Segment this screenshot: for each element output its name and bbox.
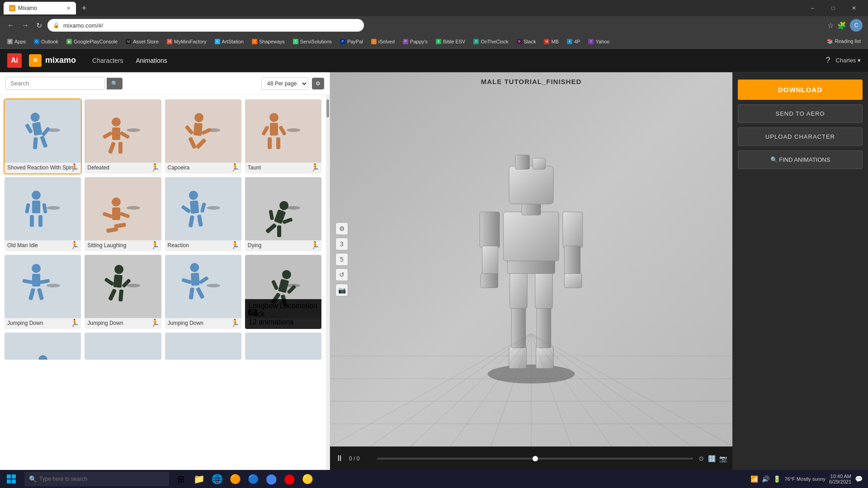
- timeline-icon-1[interactable]: ⚙: [698, 455, 704, 462]
- search-button[interactable]: 🔍: [107, 78, 123, 89]
- find-animations-button[interactable]: 🔍 FIND ANIMATIONS: [738, 150, 863, 169]
- profile-avatar[interactable]: C: [850, 19, 863, 32]
- bookmark-myminifactory[interactable]: M MyMiniFactory: [163, 38, 210, 45]
- download-button[interactable]: DOWNLOAD: [738, 80, 863, 100]
- new-tab-button[interactable]: +: [78, 2, 90, 14]
- browser-tab[interactable]: M Mixamo ✕: [4, 2, 76, 14]
- anim-card-old-man-idle[interactable]: Old Man Idle 🏃: [5, 177, 81, 251]
- network-icon[interactable]: 📶: [750, 475, 758, 483]
- timeline-track[interactable]: [377, 458, 693, 460]
- grid-settings-button[interactable]: ⚙: [312, 78, 324, 89]
- reset-view-button[interactable]: ⚙: [335, 222, 348, 235]
- timeline: ⏸ 0 / 0 ⚙ 🔢 📷: [330, 446, 732, 470]
- anim-card-taunt[interactable]: Taunt 🏃: [245, 99, 321, 174]
- anim-card-longbow[interactable]: 📦 Longbow Locomotion Pack 12 animations: [245, 255, 321, 329]
- maximize-button[interactable]: □: [823, 0, 844, 16]
- anim-card-shoved-reaction[interactable]: Shoved Reaction With Spin 🏃: [5, 99, 81, 174]
- timeline-thumb[interactable]: [533, 456, 538, 461]
- nav-animations[interactable]: Animations: [131, 54, 173, 67]
- minimize-button[interactable]: –: [802, 0, 823, 16]
- svg-rect-32: [515, 155, 530, 169]
- bookmark-servisolutions[interactable]: S ServiSolutions: [289, 38, 335, 45]
- per-page-select[interactable]: 48 Per page: [261, 77, 308, 90]
- app-icon-chrome[interactable]: ⬤: [263, 470, 279, 488]
- bookmark-mb[interactable]: M MB: [540, 38, 562, 45]
- bookmark-reading-list[interactable]: 📚 Reading list: [823, 38, 864, 45]
- anim-card-partial-3[interactable]: [165, 333, 241, 360]
- anim-name: Reaction: [165, 240, 241, 251]
- zoom-button[interactable]: 3: [335, 238, 348, 250]
- forward-button[interactable]: →: [20, 19, 31, 31]
- bookmark-ontheclock[interactable]: O OnTheClock: [470, 38, 512, 45]
- search-input[interactable]: [5, 77, 105, 90]
- help-icon[interactable]: ?: [826, 56, 830, 65]
- tab-close-icon[interactable]: ✕: [66, 5, 71, 11]
- pause-button[interactable]: ⏸: [335, 454, 344, 463]
- bookmark-isolved[interactable]: i iSolved: [368, 38, 398, 45]
- bookmark-slack[interactable]: S Slack: [513, 38, 540, 45]
- bookmark-googleplay[interactable]: ▶ GooglePlayConsole: [63, 38, 121, 45]
- scrollbar-thumb[interactable]: [326, 99, 329, 117]
- anim-card-reaction[interactable]: Reaction 🏃: [165, 177, 241, 251]
- app-icon-1[interactable]: 🟠: [227, 470, 243, 488]
- pan-button[interactable]: 5: [335, 253, 348, 266]
- anim-card-partial-1[interactable]: [5, 333, 81, 360]
- bookmark-outlook[interactable]: O Outlook: [30, 38, 62, 45]
- bookmark-bible[interactable]: B Bible ESV: [432, 38, 469, 45]
- svg-line-10: [531, 333, 571, 446]
- taskbar-search-bar[interactable]: 🔍: [24, 472, 169, 486]
- bookmark-paypal[interactable]: P PayPal: [336, 38, 367, 45]
- anim-person-icon: 🏃: [151, 319, 160, 327]
- start-button[interactable]: [0, 470, 23, 488]
- anim-card-partial-2[interactable]: [85, 333, 161, 360]
- bookmark-pappys[interactable]: P Pappy's: [399, 38, 431, 45]
- app-icon-record[interactable]: ⬤: [281, 470, 297, 488]
- anim-thumbnail: [165, 177, 241, 240]
- bookmark-4p[interactable]: 4 4P: [563, 38, 584, 45]
- anim-card-defeated[interactable]: Defeated 🏃: [85, 99, 161, 174]
- bookmark-apps[interactable]: ⊞ Apps: [4, 38, 29, 45]
- anim-card-jumping-down-2[interactable]: Jumping Down 🏃: [85, 255, 161, 329]
- anim-card-capoeira[interactable]: Capoeira 🏃: [165, 99, 241, 174]
- browser-taskbar-icon[interactable]: 🌐: [209, 470, 225, 488]
- anim-card-dying[interactable]: Dying 🏃: [245, 177, 321, 251]
- timeline-icon-2[interactable]: 🔢: [708, 455, 716, 462]
- battery-icon[interactable]: 🔋: [773, 475, 781, 483]
- taskbar-search-input[interactable]: [39, 476, 130, 482]
- refresh-button[interactable]: ↻: [34, 19, 44, 32]
- anim-card-sitting-laughing[interactable]: Sitting Laughing 🏃: [85, 177, 161, 251]
- camera-button[interactable]: 📷: [335, 284, 348, 296]
- timeline-icon-camera[interactable]: 📷: [719, 455, 727, 462]
- send-aero-button[interactable]: SEND TO AERO: [738, 104, 863, 123]
- anim-card-jumping-down-3[interactable]: Jumping Down 🏃: [165, 255, 241, 329]
- bookmark-star-icon[interactable]: ☆: [827, 21, 834, 30]
- anim-card-jumping-down-1[interactable]: Jumping Down 🏃: [5, 255, 81, 329]
- task-view-button[interactable]: ⊞: [173, 470, 189, 488]
- svg-line-6: [410, 333, 531, 446]
- extensions-icon[interactable]: 🧩: [837, 21, 846, 30]
- scrollbar-track[interactable]: [326, 95, 330, 470]
- app-icon-2[interactable]: 🔵: [245, 470, 261, 488]
- rotate-button[interactable]: ↺: [335, 268, 348, 281]
- close-button[interactable]: ✕: [844, 0, 864, 16]
- file-explorer-icon[interactable]: 📁: [191, 470, 207, 488]
- bookmark-yahoo[interactable]: Y Yahoo: [585, 38, 613, 45]
- clock-display[interactable]: 10:40 AM 6/29/2021: [829, 474, 851, 484]
- svg-rect-23: [504, 212, 559, 261]
- app-name: mixamo: [45, 56, 76, 65]
- anim-card-partial-4[interactable]: [245, 333, 321, 360]
- nav-characters[interactable]: Characters: [87, 54, 128, 67]
- bookmark-shapeways[interactable]: S Shapeways: [248, 38, 288, 45]
- app-icon-misc[interactable]: 🟡: [299, 470, 316, 488]
- bookmark-assetstore[interactable]: U Asset Store: [122, 38, 162, 45]
- bookmark-artstation[interactable]: A ArtStation: [211, 38, 247, 45]
- upload-character-button[interactable]: UPLOAD CHARACTER: [738, 127, 863, 146]
- back-button[interactable]: ←: [5, 19, 16, 31]
- address-bar[interactable]: 🔒 mixamo.com/#/: [47, 19, 364, 32]
- viewer-area: MALE TUTORIAL_FINISHED: [330, 72, 732, 446]
- volume-icon[interactable]: 🔊: [762, 475, 769, 483]
- anim-name: Capoeira: [165, 163, 241, 174]
- notification-icon[interactable]: 💬: [855, 475, 863, 483]
- anim-person-icon: 🏃: [70, 163, 79, 172]
- user-menu[interactable]: Charles ▾: [836, 57, 861, 64]
